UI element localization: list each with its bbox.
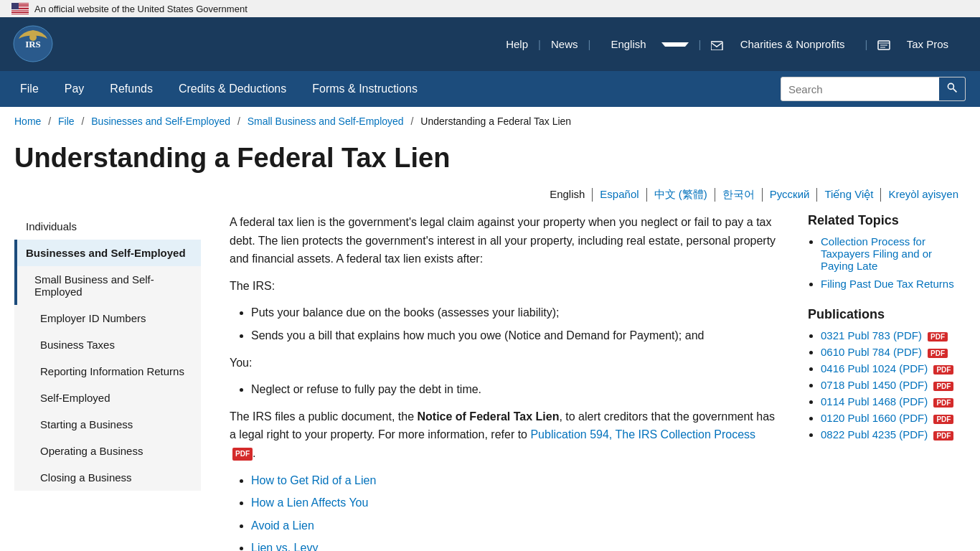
tax-pros-label: Tax Pros xyxy=(897,38,958,50)
search-box[interactable] xyxy=(781,77,966,101)
related-topic-2-link[interactable]: Filing Past Due Tax Returns xyxy=(821,278,954,290)
help-link[interactable]: Help xyxy=(496,38,538,50)
right-sidebar: Related Topics Collection Process for Ta… xyxy=(793,213,966,551)
irs-bullet-2: Sends you a bill that explains how much … xyxy=(251,326,779,345)
language-button[interactable]: English xyxy=(590,38,698,50)
sidebar-operating-business[interactable]: Operating a Business xyxy=(14,438,201,464)
nav-forms-instructions[interactable]: Forms & Instructions xyxy=(299,72,430,105)
search-icon xyxy=(946,82,958,93)
publications-list: 0321 Publ 783 (PDF) PDF 0610 Publ 784 (P… xyxy=(821,329,966,441)
main-content: A federal tax lien is the government's l… xyxy=(215,213,793,551)
link-get-rid-anchor[interactable]: How to Get Rid of a Lien xyxy=(251,474,376,486)
nav-credits-deductions[interactable]: Credits & Deductions xyxy=(166,72,299,105)
pub-7: 0822 Publ 4235 (PDF) PDF xyxy=(821,428,966,441)
nav-pay[interactable]: Pay xyxy=(52,72,98,105)
pub-3-link[interactable]: 0416 Publ 1024 (PDF) xyxy=(821,362,928,375)
english-label: English xyxy=(600,38,656,50)
tax-pros-icon xyxy=(877,40,890,50)
link-vs-levy: Lien vs. Levy xyxy=(251,539,779,551)
page-title: Understanding a Federal Tax Lien xyxy=(14,143,966,174)
pub-5-badge: PDF xyxy=(933,398,953,408)
pub-5-link[interactable]: 0114 Publ 1468 (PDF) xyxy=(821,395,928,408)
publication-link[interactable]: Publication 594, The IRS Collection Proc… xyxy=(530,428,755,441)
pub-1-link[interactable]: 0321 Publ 783 (PDF) xyxy=(821,329,922,342)
sidebar-business-taxes[interactable]: Business Taxes xyxy=(14,331,201,358)
notice-paragraph: The IRS files a public document, the Not… xyxy=(230,408,779,463)
pub-3: 0416 Publ 1024 (PDF) PDF xyxy=(821,362,966,375)
tax-pros-link[interactable]: Tax Pros xyxy=(867,38,969,50)
related-topic-2: Filing Past Due Tax Returns xyxy=(821,278,966,290)
gov-banner-text: An official website of the United States… xyxy=(34,4,248,14)
intro-paragraph: A federal tax lien is the government's l… xyxy=(230,213,779,268)
breadcrumb-home[interactable]: Home xyxy=(14,116,41,127)
breadcrumb-sep3: / xyxy=(237,116,240,127)
charities-icon xyxy=(711,40,724,50)
sidebar-small-business[interactable]: Small Business and Self-Employed xyxy=(14,266,201,305)
search-input[interactable] xyxy=(781,79,939,100)
irs-logo[interactable]: IRS xyxy=(11,24,55,64)
main-links-list: How to Get Rid of a Lien How a Lien Affe… xyxy=(251,471,779,551)
you-bullets: Neglect or refuse to fully pay the debt … xyxy=(251,380,779,399)
pub-4-badge: PDF xyxy=(933,382,953,391)
irs-bullets: Puts your balance due on the books (asse… xyxy=(251,303,779,344)
sidebar-businesses[interactable]: Businesses and Self-Employed xyxy=(14,240,201,266)
pub-6-badge: PDF xyxy=(933,415,953,424)
irs-label: The IRS: xyxy=(230,277,779,296)
pub-6-link[interactable]: 0120 Publ 1660 (PDF) xyxy=(821,412,928,424)
search-button[interactable] xyxy=(939,77,965,100)
lang-english: English xyxy=(542,188,593,202)
chevron-down-icon xyxy=(661,42,689,47)
related-topics-title: Related Topics xyxy=(808,213,966,228)
sidebar-closing-business[interactable]: Closing a Business xyxy=(14,464,201,491)
lang-korean[interactable]: 한국어 xyxy=(715,188,763,202)
link-avoid-anchor[interactable]: Avoid a Lien xyxy=(251,519,314,532)
lang-russian[interactable]: Русский xyxy=(763,188,818,202)
left-sidebar: Individuals Businesses and Self-Employed… xyxy=(14,213,215,551)
charities-link[interactable]: Charities & Nonprofits xyxy=(701,38,864,50)
lang-vietnamese[interactable]: Tiếng Việt xyxy=(817,188,881,202)
site-header: IRS Help | News | English | Charities & … xyxy=(0,17,980,71)
svg-point-2 xyxy=(29,34,37,41)
sidebar-starting-business[interactable]: Starting a Business xyxy=(14,411,201,438)
lang-chinese[interactable]: 中文 (繁體) xyxy=(647,188,715,202)
pub-7-link[interactable]: 0822 Publ 4235 (PDF) xyxy=(821,428,928,441)
language-bar: English Español 中文 (繁體) 한국어 Русский Tiến… xyxy=(0,188,980,213)
sidebar-self-employed[interactable]: Self-Employed xyxy=(14,385,201,411)
pub-6: 0120 Publ 1660 (PDF) PDF xyxy=(821,412,966,424)
news-link[interactable]: News xyxy=(541,38,588,50)
lang-espanol[interactable]: Español xyxy=(593,188,646,202)
pub-2-badge: PDF xyxy=(928,349,948,358)
pub-2: 0610 Publ 784 (PDF) PDF xyxy=(821,346,966,358)
related-topics-list: Collection Process for Taxpayers Filing … xyxy=(821,235,966,290)
notice-bold: Notice of Federal Tax Lien xyxy=(417,410,559,423)
sidebar-employer-id[interactable]: Employer ID Numbers xyxy=(14,305,201,331)
pub-1-badge: PDF xyxy=(928,332,948,342)
sidebar-individuals-label: Individuals xyxy=(26,220,77,232)
publications-section: Publications 0321 Publ 783 (PDF) PDF 061… xyxy=(808,307,966,441)
nav-refunds[interactable]: Refunds xyxy=(97,72,166,105)
sidebar-businesses-label: Businesses and Self-Employed xyxy=(26,247,186,259)
related-topic-1: Collection Process for Taxpayers Filing … xyxy=(821,235,966,272)
lang-haitian[interactable]: Kreyòl ayisyen xyxy=(881,188,966,202)
breadcrumb-businesses[interactable]: Businesses and Self-Employed xyxy=(91,116,230,127)
breadcrumb-file[interactable]: File xyxy=(58,116,75,127)
us-flag-icon xyxy=(11,3,29,14)
sidebar-reporting[interactable]: Reporting Information Returns xyxy=(14,358,201,385)
charities-label: Charities & Nonprofits xyxy=(730,38,855,50)
main-nav: File Pay Refunds Credits & Deductions Fo… xyxy=(0,71,980,107)
nav-file[interactable]: File xyxy=(7,72,52,105)
pub-4-link[interactable]: 0718 Publ 1450 (PDF) xyxy=(821,379,928,391)
you-label: You: xyxy=(230,354,779,372)
pub-2-link[interactable]: 0610 Publ 784 (PDF) xyxy=(821,346,922,358)
breadcrumb-sep4: / xyxy=(411,116,414,127)
breadcrumb-small-business[interactable]: Small Business and Self-Employed xyxy=(248,116,404,127)
svg-rect-3 xyxy=(711,42,722,50)
link-levy-anchor[interactable]: Lien vs. Levy xyxy=(251,542,318,551)
pub-4: 0718 Publ 1450 (PDF) PDF xyxy=(821,379,966,391)
pub-7-badge: PDF xyxy=(933,431,953,441)
sidebar-individuals[interactable]: Individuals xyxy=(14,213,201,240)
link-affects-anchor[interactable]: How a Lien Affects You xyxy=(251,496,368,509)
main-nav-links: File Pay Refunds Credits & Deductions Fo… xyxy=(7,72,773,105)
link-avoid: Avoid a Lien xyxy=(251,517,779,535)
related-topic-1-link[interactable]: Collection Process for Taxpayers Filing … xyxy=(821,235,932,272)
